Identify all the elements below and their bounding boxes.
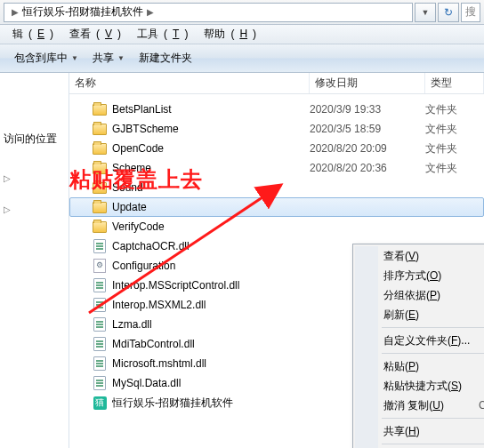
ctx-share-with[interactable]: 共享(H)▶ (355, 421, 484, 441)
recent-places-label: 访问的位置 (4, 132, 57, 147)
chevron-down-icon: ▼ (117, 54, 125, 62)
file-name: Configuration (112, 260, 310, 272)
application-icon: 猫 (93, 396, 107, 410)
file-type: 文件夹 (425, 161, 457, 176)
dropdown-history-button[interactable]: ▼ (415, 3, 436, 22)
file-name: OpenCode (112, 142, 310, 155)
file-name: 恒行娱乐-招财猫挂机软件 (112, 396, 310, 411)
dll-file-icon (93, 239, 107, 253)
col-type[interactable]: 类型 (425, 73, 484, 93)
separator (382, 444, 484, 444)
dll-file-icon (93, 278, 107, 292)
file-row[interactable]: VerifyCode (69, 217, 484, 236)
file-name: Lzma.dll (112, 318, 310, 331)
file-row[interactable]: BetsPlanList2020/3/9 19:33文件夹 (69, 100, 484, 119)
breadcrumb[interactable]: ▶ 恒行娱乐-招财猫挂机软件 ▶ (4, 3, 413, 22)
col-name[interactable]: 名称 (69, 73, 310, 93)
file-row[interactable]: Sound (69, 178, 484, 197)
nav-collapsed-item[interactable]: ▷ (2, 172, 67, 185)
file-name: BetsPlanList (112, 103, 310, 116)
breadcrumb-folder: 恒行娱乐-招财猫挂机软件 (22, 4, 143, 20)
file-name: Scheme (112, 162, 310, 174)
ctx-customize-folder[interactable]: 自定义文件夹(F)... (355, 331, 484, 350)
search-placeholder: 搜 (465, 4, 476, 20)
chevron-right-icon: ▶ (12, 7, 19, 17)
dll-file-icon (93, 337, 107, 351)
ctx-refresh[interactable]: 刷新(E) (355, 305, 484, 324)
ctx-paste-shortcut[interactable]: 粘贴快捷方式(S) (355, 376, 484, 396)
folder-icon (93, 102, 107, 116)
file-name: Interop.MSXML2.dll (112, 299, 310, 311)
menu-tools[interactable]: 工具(T) (126, 25, 193, 44)
separator (382, 327, 484, 328)
dll-file-icon (93, 356, 107, 371)
chevron-right-icon: ▶ (147, 7, 154, 17)
dll-file-icon (93, 317, 107, 332)
command-bar: 包含到库中▼ 共享▼ 新建文件夹 (0, 44, 484, 73)
file-name: Update (112, 201, 310, 213)
triangle-right-icon: ▷ (4, 173, 12, 183)
ctx-paste[interactable]: 粘贴(P) (355, 356, 484, 376)
main-area: 访问的位置 ▷ ▷ 名称 修改日期 类型 BetsPlanList2020/3/… (0, 73, 484, 448)
menu-bar: 辑(E) 查看(V) 工具(T) 帮助(H) (0, 25, 484, 44)
address-bar: ▶ 恒行娱乐-招财猫挂机软件 ▶ ▼ ↻ 搜 (0, 0, 484, 25)
context-menu: 查看(V)▶ 排序方式(O)▶ 分组依据(P)▶ 刷新(E) 自定义文件夹(F)… (352, 244, 484, 448)
cmd-include-in-library[interactable]: 包含到库中▼ (7, 48, 85, 68)
file-name: Interop.MSScriptControl.dll (112, 279, 310, 292)
file-name: MySql.Data.dll (112, 377, 310, 389)
col-date[interactable]: 修改日期 (310, 73, 425, 93)
menu-edit[interactable]: 辑(E) (2, 25, 59, 44)
file-date: 2020/3/9 19:33 (310, 103, 425, 116)
folder-icon (93, 141, 107, 156)
menu-view[interactable]: 查看(V) (59, 25, 126, 44)
file-type: 文件夹 (425, 102, 457, 117)
triangle-right-icon: ▷ (4, 204, 12, 214)
file-row[interactable]: OpenCode2020/8/20 20:09文件夹 (69, 139, 484, 158)
nav-collapsed-item[interactable]: ▷ (2, 203, 67, 216)
file-row[interactable]: GJBTScheme2020/3/5 18:59文件夹 (69, 119, 484, 139)
folder-icon (93, 180, 107, 195)
shortcut-label: Ctrl+Z (479, 399, 484, 412)
chevron-down-icon: ▼ (71, 54, 78, 62)
ctx-view[interactable]: 查看(V)▶ (355, 246, 484, 266)
config-file-icon (93, 259, 107, 273)
ctx-undo[interactable]: 撤消 复制(U)Ctrl+Z (355, 396, 484, 415)
ctx-sort[interactable]: 排序方式(O)▶ (355, 266, 484, 285)
nav-recent-places[interactable]: 访问的位置 (2, 130, 67, 148)
file-row[interactable]: Update (69, 197, 484, 217)
refresh-button[interactable]: ↻ (438, 3, 459, 22)
chevron-down-icon: ▼ (422, 8, 430, 17)
separator (382, 418, 484, 419)
folder-icon (93, 161, 107, 175)
navigation-pane[interactable]: 访问的位置 ▷ ▷ (0, 73, 69, 448)
folder-icon (93, 220, 107, 234)
refresh-icon: ↻ (444, 6, 453, 19)
file-row[interactable]: Scheme2020/8/20 20:36文件夹 (69, 158, 484, 178)
file-list-pane: 名称 修改日期 类型 BetsPlanList2020/3/9 19:33文件夹… (69, 73, 484, 448)
file-type: 文件夹 (425, 122, 457, 137)
file-name: CaptchaOCR.dll (112, 240, 310, 252)
file-name: MdiTabControl.dll (112, 338, 310, 350)
file-date: 2020/8/20 20:36 (310, 162, 425, 174)
folder-icon (93, 122, 107, 136)
cmd-share[interactable]: 共享▼ (85, 48, 132, 68)
column-headers: 名称 修改日期 类型 (69, 73, 484, 94)
file-type: 文件夹 (425, 141, 457, 156)
dll-file-icon (93, 376, 107, 390)
cmd-new-folder[interactable]: 新建文件夹 (132, 48, 199, 68)
dll-file-icon (93, 298, 107, 312)
file-date: 2020/3/5 18:59 (310, 123, 425, 135)
file-name: Sound (112, 181, 310, 194)
file-name: Microsoft.mshtml.dll (112, 357, 310, 370)
ctx-group[interactable]: 分组依据(P)▶ (355, 285, 484, 305)
menu-help[interactable]: 帮助(H) (193, 25, 262, 44)
folder-icon (93, 200, 107, 214)
search-box[interactable]: 搜 (461, 3, 480, 22)
file-name: GJBTScheme (112, 123, 310, 135)
file-name: VerifyCode (112, 220, 310, 233)
file-date: 2020/8/20 20:09 (310, 142, 425, 155)
separator (382, 353, 484, 354)
